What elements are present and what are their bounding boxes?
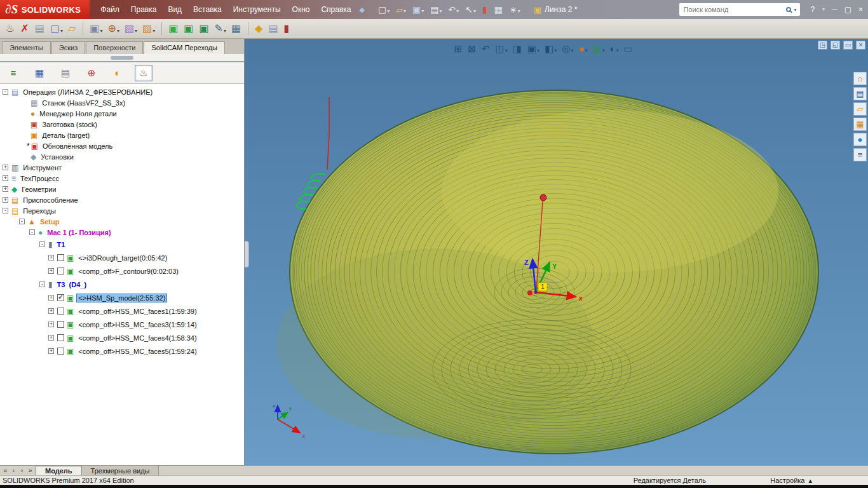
target-model-icon[interactable]: ▨ ▾: [142, 24, 155, 34]
expander-icon[interactable]: +: [48, 268, 54, 274]
panel-splitter-handle[interactable]: [245, 241, 249, 268]
tree-item[interactable]: + ≡ ТехПроцесс: [3, 173, 244, 184]
dropdown-arrow-icon[interactable]: ▾: [585, 48, 587, 53]
operation-checkbox[interactable]: [57, 254, 64, 261]
solidcam-icon[interactable]: ♨: [6, 24, 15, 34]
expander-icon[interactable]: +: [48, 335, 54, 341]
select-cursor-icon[interactable]: ↖ ▾: [465, 5, 476, 14]
operation-2d-icon[interactable]: ▣: [168, 24, 179, 34]
customize-button[interactable]: Настройка ▴: [770, 477, 812, 485]
full-screen-icon[interactable]: ▭: [624, 44, 634, 53]
tree-item[interactable]: ● Менеджер Ноля детали: [22, 108, 244, 119]
expander-icon[interactable]: -: [3, 208, 8, 214]
tree-item[interactable]: + ▤ Приспособление: [3, 194, 244, 205]
dropdown-arrow-icon[interactable]: ▾: [60, 29, 63, 34]
tree-item[interactable]: ▣ Деталь (target): [22, 130, 244, 140]
dropdown-arrow-icon[interactable]: ▾: [440, 9, 442, 14]
tree-item[interactable]: + ▥ Инструмент: [3, 162, 244, 173]
dropdown-arrow-icon[interactable]: ▾: [571, 48, 573, 53]
expander-icon[interactable]: +: [48, 295, 54, 301]
task-list-icon[interactable]: ▦: [494, 5, 503, 14]
new-cam-part-icon[interactable]: ▢ ▾: [50, 24, 63, 34]
expander-icon[interactable]: -: [39, 241, 45, 247]
propertymanager-tab[interactable]: ▦: [31, 65, 48, 81]
dropdown-arrow-icon[interactable]: ▾: [554, 48, 557, 53]
tree-item[interactable]: ◆ Установки: [22, 151, 244, 162]
operation-checkbox[interactable]: [57, 321, 64, 328]
help-button[interactable]: ?: [810, 6, 815, 13]
save-icon[interactable]: ▣ ▾: [412, 5, 424, 14]
menu-item[interactable]: Вид: [162, 3, 187, 17]
solidcam-manager-tab[interactable]: ♨: [135, 65, 153, 81]
tab-scroll-button[interactable]: »: [27, 467, 34, 474]
panel-collapse-handle[interactable]: [111, 56, 133, 60]
tree-item[interactable]: - ▤ Переходы: [3, 205, 244, 216]
dropdown-arrow-icon[interactable]: ▾: [403, 9, 406, 14]
tree-item[interactable]: + ▣ <comp_off>HSS_MC_faces4(1:58:34): [48, 331, 244, 344]
tree-item[interactable]: + ◆ Геометрии: [3, 184, 244, 194]
window-restore-icon[interactable]: ◳: [818, 41, 827, 50]
file-explorer-icon[interactable]: ▱: [853, 102, 867, 116]
menu-item[interactable]: Окно: [287, 3, 316, 17]
search-icon[interactable]: [786, 7, 791, 12]
minimize-button[interactable]: ─: [832, 6, 837, 13]
maximize-button[interactable]: ▢: [844, 6, 851, 13]
expander-icon[interactable]: -: [39, 281, 45, 287]
expander-icon[interactable]: +: [3, 165, 8, 170]
tree-item[interactable]: - ● Mac 1 (1- Позиция): [29, 227, 244, 238]
undo-icon[interactable]: ↶ ▾: [449, 5, 459, 14]
tree-item[interactable]: + ▣ <comp_off>HSS_MC_faces5(1:59:24): [48, 344, 244, 358]
menu-item[interactable]: Вставка: [187, 3, 227, 17]
window-close-icon[interactable]: ×: [856, 41, 865, 50]
print-icon[interactable]: ▤ ▾: [430, 5, 442, 14]
rebuild-icon[interactable]: ▮: [482, 5, 488, 14]
previous-view-icon[interactable]: ↶: [482, 44, 491, 53]
tree-item[interactable]: - ▮ T3 (D4_): [39, 278, 244, 291]
dropdown-arrow-icon[interactable]: ▾: [421, 9, 424, 14]
menu-item[interactable]: Правка: [125, 3, 163, 17]
design-library-icon[interactable]: ▤: [853, 87, 867, 100]
view-orientation-icon[interactable]: ▣ ▾: [527, 44, 539, 53]
pin-icon[interactable]: ◆: [360, 6, 365, 14]
tree-item[interactable]: ▦ Станок (HaasVF2_SS_3x): [22, 97, 244, 108]
expander-icon[interactable]: +: [3, 197, 8, 203]
expander-icon[interactable]: +: [3, 186, 8, 192]
separator[interactable]: [161, 22, 162, 35]
close-button[interactable]: ×: [858, 6, 863, 13]
dropdown-arrow-icon[interactable]: ▾: [387, 9, 390, 14]
dropdown-arrow-icon[interactable]: ▾: [505, 48, 508, 53]
edit-operation-icon[interactable]: ✎ ▾: [215, 24, 226, 34]
dropdown-arrow-icon[interactable]: ▾: [135, 29, 137, 34]
open-cam-part-icon[interactable]: ▱: [68, 24, 76, 34]
operation-3d-icon[interactable]: ▣: [184, 24, 194, 34]
displaymanager-tab[interactable]: ◐: [109, 65, 126, 81]
expander-icon[interactable]: -: [29, 229, 35, 235]
new-document-icon[interactable]: ▢ ▾: [378, 5, 390, 14]
tree-item[interactable]: + ▣ <comp_off>F_contour9(0:02:03): [48, 264, 244, 278]
menu-item[interactable]: Справка: [315, 3, 356, 17]
expander-icon[interactable]: +: [48, 348, 54, 354]
expander-icon[interactable]: +: [48, 322, 54, 327]
search-dropdown-icon[interactable]: ▾: [794, 7, 796, 13]
tree-item[interactable]: - ▤ Операция (ЛИНЗА 2_ФРЕЗЕРОВАНИЕ): [3, 86, 244, 97]
window-minimize-icon[interactable]: ▭: [843, 41, 853, 50]
tab-scroll-button[interactable]: ›: [18, 467, 25, 474]
command-tab[interactable]: Эскиз: [51, 41, 85, 54]
command-tab[interactable]: SolidCAM Переходы: [144, 41, 225, 54]
expander-icon[interactable]: -: [3, 89, 8, 95]
expander-icon[interactable]: +: [48, 255, 54, 261]
machine-setup-icon[interactable]: ▣ ▾: [90, 24, 102, 34]
command-search[interactable]: Поиск команд ▾: [679, 3, 800, 16]
operation-checkbox[interactable]: [57, 348, 64, 355]
options-gear-icon[interactable]: ∗ ▾: [510, 5, 520, 14]
dropdown-arrow-icon[interactable]: ▾: [537, 48, 539, 53]
calculator-icon[interactable]: ▦: [231, 24, 241, 34]
tree-item[interactable]: - ▲ Setup: [19, 216, 244, 227]
tree-item[interactable]: + ▣ <>i3DRough_target(0:05:42): [48, 251, 244, 264]
open-document-icon[interactable]: ▱ ▾: [396, 5, 406, 14]
tab-scroll-button[interactable]: ‹: [10, 467, 17, 474]
dropdown-arrow-icon[interactable]: ▾: [100, 29, 102, 34]
display-style-icon[interactable]: ◧ ▾: [545, 44, 557, 53]
material-db-icon[interactable]: ▮: [284, 24, 290, 34]
tree-item[interactable]: + ▣ <comp_off>HSS_MC_faces1(1:59:39): [48, 304, 244, 318]
